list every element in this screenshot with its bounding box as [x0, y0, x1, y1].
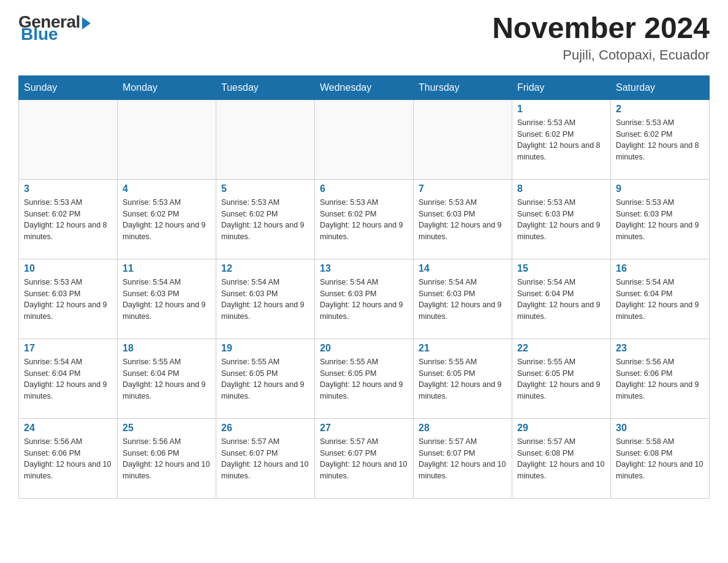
day-info: Sunrise: 5:54 AMSunset: 6:03 PMDaylight:… — [320, 277, 408, 323]
day-number: 23 — [616, 343, 704, 354]
calendar-day-cell: 7Sunrise: 5:53 AMSunset: 6:03 PMDaylight… — [414, 179, 512, 259]
calendar-day-cell: 14Sunrise: 5:54 AMSunset: 6:03 PMDayligh… — [414, 259, 512, 339]
day-number: 20 — [320, 343, 408, 354]
calendar-day-cell: 25Sunrise: 5:56 AMSunset: 6:06 PMDayligh… — [118, 418, 216, 498]
day-info: Sunrise: 5:53 AMSunset: 6:02 PMDaylight:… — [24, 197, 112, 243]
day-info: Sunrise: 5:53 AMSunset: 6:02 PMDaylight:… — [221, 197, 309, 243]
day-info: Sunrise: 5:53 AMSunset: 6:02 PMDaylight:… — [123, 197, 211, 243]
day-info: Sunrise: 5:56 AMSunset: 6:06 PMDaylight:… — [24, 436, 112, 482]
weekday-header-sunday: Sunday — [19, 75, 118, 99]
calendar-day-cell: 23Sunrise: 5:56 AMSunset: 6:06 PMDayligh… — [611, 339, 710, 418]
day-number: 30 — [616, 423, 704, 434]
weekday-header-saturday: Saturday — [611, 75, 710, 99]
day-info: Sunrise: 5:53 AMSunset: 6:02 PMDaylight:… — [320, 197, 408, 243]
day-number: 5 — [221, 183, 309, 194]
day-info: Sunrise: 5:54 AMSunset: 6:04 PMDaylight:… — [517, 277, 605, 323]
logo-blue-text: Blue — [21, 25, 58, 44]
calendar-day-cell: 28Sunrise: 5:57 AMSunset: 6:07 PMDayligh… — [414, 418, 512, 498]
day-number: 28 — [419, 423, 507, 434]
day-number: 26 — [221, 423, 309, 434]
day-info: Sunrise: 5:53 AMSunset: 6:02 PMDaylight:… — [616, 117, 704, 163]
day-number: 3 — [24, 183, 112, 194]
calendar-day-cell: 13Sunrise: 5:54 AMSunset: 6:03 PMDayligh… — [315, 259, 414, 339]
calendar-day-cell — [414, 99, 512, 179]
day-number: 21 — [419, 343, 507, 354]
location-title: Pujili, Cotopaxi, Ecuador — [492, 47, 710, 63]
day-info: Sunrise: 5:55 AMSunset: 6:05 PMDaylight:… — [517, 356, 605, 402]
day-number: 13 — [320, 263, 408, 274]
day-info: Sunrise: 5:57 AMSunset: 6:07 PMDaylight:… — [320, 436, 408, 482]
day-number: 6 — [320, 183, 408, 194]
day-number: 10 — [24, 263, 112, 274]
calendar-day-cell: 15Sunrise: 5:54 AMSunset: 6:04 PMDayligh… — [512, 259, 611, 339]
calendar-day-cell: 20Sunrise: 5:55 AMSunset: 6:05 PMDayligh… — [315, 339, 414, 418]
calendar-day-cell — [118, 99, 216, 179]
weekday-header-tuesday: Tuesday — [216, 75, 315, 99]
calendar-week-row: 1Sunrise: 5:53 AMSunset: 6:02 PMDaylight… — [19, 99, 710, 179]
calendar-day-cell: 2Sunrise: 5:53 AMSunset: 6:02 PMDaylight… — [611, 99, 710, 179]
day-info: Sunrise: 5:56 AMSunset: 6:06 PMDaylight:… — [616, 356, 704, 402]
calendar-day-cell — [315, 99, 414, 179]
calendar-day-cell: 19Sunrise: 5:55 AMSunset: 6:05 PMDayligh… — [216, 339, 315, 418]
day-info: Sunrise: 5:57 AMSunset: 6:08 PMDaylight:… — [517, 436, 605, 482]
day-info: Sunrise: 5:54 AMSunset: 6:03 PMDaylight:… — [419, 277, 507, 323]
day-number: 11 — [123, 263, 211, 274]
day-info: Sunrise: 5:57 AMSunset: 6:07 PMDaylight:… — [221, 436, 309, 482]
calendar-day-cell: 11Sunrise: 5:54 AMSunset: 6:03 PMDayligh… — [118, 259, 216, 339]
day-number: 19 — [221, 343, 309, 354]
weekday-header-thursday: Thursday — [414, 75, 512, 99]
day-info: Sunrise: 5:53 AMSunset: 6:03 PMDaylight:… — [616, 197, 704, 243]
day-number: 4 — [123, 183, 211, 194]
day-number: 24 — [24, 423, 112, 434]
weekday-header-wednesday: Wednesday — [315, 75, 414, 99]
day-number: 16 — [616, 263, 704, 274]
weekday-header-monday: Monday — [118, 75, 216, 99]
day-number: 29 — [517, 423, 605, 434]
calendar-week-row: 17Sunrise: 5:54 AMSunset: 6:04 PMDayligh… — [19, 339, 710, 418]
day-info: Sunrise: 5:58 AMSunset: 6:08 PMDaylight:… — [616, 436, 704, 482]
day-number: 17 — [24, 343, 112, 354]
weekday-header-row: SundayMondayTuesdayWednesdayThursdayFrid… — [19, 75, 710, 99]
day-info: Sunrise: 5:56 AMSunset: 6:06 PMDaylight:… — [123, 436, 211, 482]
calendar-table: SundayMondayTuesdayWednesdayThursdayFrid… — [18, 75, 710, 499]
day-number: 12 — [221, 263, 309, 274]
calendar-day-cell: 30Sunrise: 5:58 AMSunset: 6:08 PMDayligh… — [611, 418, 710, 498]
calendar-day-cell: 12Sunrise: 5:54 AMSunset: 6:03 PMDayligh… — [216, 259, 315, 339]
page-header: General Blue November 2024 Pujili, Cotop… — [18, 12, 710, 63]
day-number: 15 — [517, 263, 605, 274]
day-info: Sunrise: 5:53 AMSunset: 6:03 PMDaylight:… — [419, 197, 507, 243]
day-info: Sunrise: 5:54 AMSunset: 6:03 PMDaylight:… — [221, 277, 309, 323]
logo: General Blue — [18, 12, 91, 44]
day-info: Sunrise: 5:55 AMSunset: 6:05 PMDaylight:… — [320, 356, 408, 402]
calendar-day-cell: 18Sunrise: 5:55 AMSunset: 6:04 PMDayligh… — [118, 339, 216, 418]
day-number: 14 — [419, 263, 507, 274]
calendar-day-cell: 1Sunrise: 5:53 AMSunset: 6:02 PMDaylight… — [512, 99, 611, 179]
calendar-week-row: 10Sunrise: 5:53 AMSunset: 6:03 PMDayligh… — [19, 259, 710, 339]
title-block: November 2024 Pujili, Cotopaxi, Ecuador — [492, 12, 710, 63]
day-info: Sunrise: 5:54 AMSunset: 6:04 PMDaylight:… — [24, 356, 112, 402]
calendar-day-cell: 5Sunrise: 5:53 AMSunset: 6:02 PMDaylight… — [216, 179, 315, 259]
day-number: 27 — [320, 423, 408, 434]
day-number: 18 — [123, 343, 211, 354]
day-info: Sunrise: 5:53 AMSunset: 6:02 PMDaylight:… — [517, 117, 605, 163]
calendar-day-cell: 17Sunrise: 5:54 AMSunset: 6:04 PMDayligh… — [19, 339, 118, 418]
calendar-day-cell: 8Sunrise: 5:53 AMSunset: 6:03 PMDaylight… — [512, 179, 611, 259]
day-number: 1 — [517, 104, 605, 115]
calendar-week-row: 3Sunrise: 5:53 AMSunset: 6:02 PMDaylight… — [19, 179, 710, 259]
day-info: Sunrise: 5:55 AMSunset: 6:05 PMDaylight:… — [221, 356, 309, 402]
calendar-day-cell: 4Sunrise: 5:53 AMSunset: 6:02 PMDaylight… — [118, 179, 216, 259]
day-info: Sunrise: 5:55 AMSunset: 6:04 PMDaylight:… — [123, 356, 211, 402]
day-info: Sunrise: 5:53 AMSunset: 6:03 PMDaylight:… — [24, 277, 112, 323]
calendar-day-cell — [19, 99, 118, 179]
weekday-header-friday: Friday — [512, 75, 611, 99]
day-info: Sunrise: 5:55 AMSunset: 6:05 PMDaylight:… — [419, 356, 507, 402]
day-info: Sunrise: 5:54 AMSunset: 6:04 PMDaylight:… — [616, 277, 704, 323]
day-number: 22 — [517, 343, 605, 354]
calendar-day-cell: 27Sunrise: 5:57 AMSunset: 6:07 PMDayligh… — [315, 418, 414, 498]
day-number: 7 — [419, 183, 507, 194]
month-title: November 2024 — [492, 12, 710, 45]
logo-arrow-icon — [82, 17, 91, 29]
calendar-day-cell: 21Sunrise: 5:55 AMSunset: 6:05 PMDayligh… — [414, 339, 512, 418]
day-number: 2 — [616, 104, 704, 115]
calendar-day-cell: 29Sunrise: 5:57 AMSunset: 6:08 PMDayligh… — [512, 418, 611, 498]
